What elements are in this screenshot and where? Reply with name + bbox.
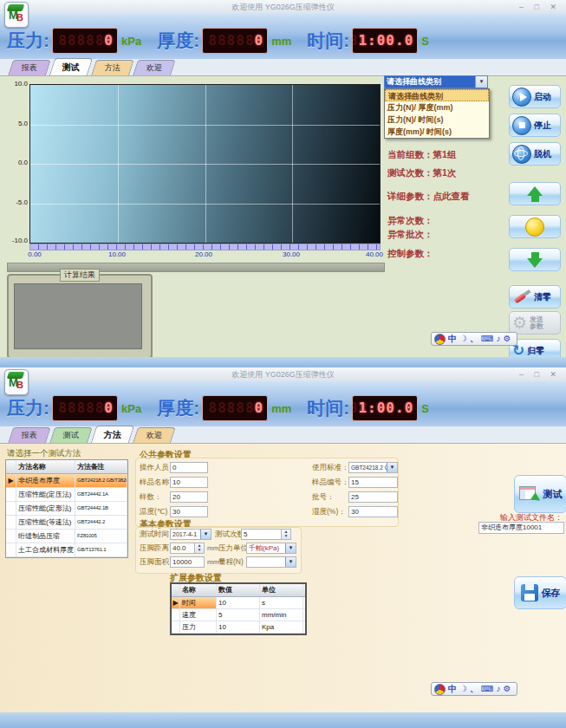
maximize-button[interactable]: □ (535, 3, 543, 11)
standard-combobox[interactable]: GBT24218.2 GB, (348, 462, 398, 473)
ime-language-bar[interactable]: 中 ☽ 、 ⌨ ♪ ⚙ (431, 332, 517, 346)
time-unit: S (421, 35, 429, 48)
ime-mode-icon[interactable]: 中 (448, 333, 457, 345)
batch-input[interactable]: 25 (348, 491, 398, 503)
offline-button[interactable]: 脱机 (509, 142, 561, 166)
window-title: 欢迎使用 YG026G压缩弹性仪 (231, 370, 335, 379)
tab-report[interactable]: 报表 (8, 60, 51, 75)
range-combobox[interactable] (246, 556, 296, 568)
ime-mic-icon[interactable]: ♪ (496, 683, 500, 695)
dropdown-option[interactable]: 请选择曲线类别 (385, 89, 489, 101)
dropdown-option[interactable]: 厚度(mm)/ 时间(s) (385, 126, 489, 138)
start-button[interactable]: 启动 (509, 85, 561, 108)
spinner-arrows-icon[interactable] (194, 543, 204, 553)
send-params-button[interactable]: ⚙ 发送 参数 (509, 311, 561, 335)
ext-row[interactable]: 压力 10 Kpa (172, 621, 305, 634)
pressure-display: 压力: 888888 0 kPa (7, 28, 141, 54)
clear-zero-button[interactable]: 清零 (509, 285, 561, 309)
ext-row[interactable]: 速度 5 mm/min (172, 609, 305, 621)
test-run-icon (519, 484, 540, 504)
chart-plot-area[interactable] (29, 84, 381, 244)
method-row[interactable]: 压缩性能(定压法) GBT24442.1A (6, 488, 127, 502)
tab-test[interactable]: 测试 (49, 427, 93, 443)
x-tick: 30.00 (283, 250, 300, 258)
curve-type-combobox[interactable]: 请选择曲线类别 ▼ (384, 75, 488, 88)
method-row[interactable]: 压缩性能(定形法) GBT24442.1B (6, 502, 127, 516)
ime-ball-icon[interactable] (434, 334, 446, 345)
tab-welcome[interactable]: 欢迎 (133, 60, 176, 75)
standard-label: 使用标准： (312, 462, 349, 473)
detail-params-link[interactable]: 详细参数：点此查看 (387, 191, 470, 203)
close-button[interactable]: ✕ (550, 370, 561, 379)
pressure-unit-combobox[interactable]: 千帕(kPa) (246, 543, 296, 554)
close-button[interactable]: ✕ (550, 3, 561, 11)
minimize-button[interactable]: – (519, 370, 528, 379)
method-table: 方法名称 方法备注 ▶ 非织造布厚度 GBT24218.2 GB/T3820 压… (5, 459, 128, 558)
chevron-down-icon[interactable] (200, 530, 211, 539)
tab-method[interactable]: 方法 (91, 60, 134, 75)
ime-settings-icon[interactable]: ⚙ (503, 333, 511, 345)
tab-test[interactable]: 测试 (49, 58, 93, 75)
time-display: 时间: 88:88.8 1:00.0 S (307, 395, 429, 421)
tab-report[interactable]: 报表 (8, 427, 51, 443)
ime-mode-icon[interactable]: 中 (448, 683, 457, 695)
humidity-label: 湿度(%)： (312, 506, 346, 517)
stop-button[interactable]: 停止 (509, 114, 561, 137)
ime-keyboard-icon[interactable]: ⌨ (481, 333, 493, 345)
ime-punctuation-icon[interactable]: 、 (470, 683, 478, 695)
pause-hold-button[interactable] (509, 215, 561, 238)
temperature-input[interactable]: 30 (170, 506, 208, 517)
ime-keyboard-icon[interactable]: ⌨ (481, 683, 493, 695)
yellow-circle-icon (525, 218, 544, 237)
window-frame-bottom (0, 712, 566, 728)
ime-ball-icon[interactable] (434, 684, 446, 695)
y-tick: 5.0 (3, 120, 28, 127)
sample-no-input[interactable]: 15 (348, 477, 398, 488)
chevron-down-icon[interactable] (285, 557, 296, 567)
method-row[interactable]: 压缩性能(等速法) GBT24442.2 (6, 516, 127, 530)
titlebar[interactable]: 欢迎使用 YG026G压缩弹性仪 – □ ✕ (0, 0, 566, 15)
play-icon (512, 88, 531, 107)
sample-count-input[interactable]: 20 (170, 491, 208, 503)
titlebar[interactable]: 欢迎使用 YG026G压缩弹性仪 – □ ✕ (0, 367, 566, 382)
maximize-button[interactable]: □ (535, 370, 543, 379)
save-button[interactable]: 保存 (514, 576, 566, 609)
foot-distance-stepper[interactable]: 40.0 (170, 543, 205, 554)
method-row[interactable]: 土工合成材料厚度 GB/T13761.1 (6, 543, 127, 557)
spinner-arrows-icon[interactable] (281, 530, 290, 539)
thickness-display: 厚度: 888888 0 mm (157, 395, 291, 421)
test-count-stepper[interactable]: 5 (241, 529, 291, 540)
ime-punctuation-icon[interactable]: 、 (470, 333, 478, 345)
test-time-combobox[interactable]: 2017-4-1 (170, 529, 211, 540)
ime-settings-icon[interactable]: ⚙ (503, 683, 511, 695)
foot-area-input[interactable]: 10000 (170, 556, 205, 568)
dropdown-option[interactable]: 压力(N)/ 时间(s) (385, 114, 489, 126)
chevron-down-icon[interactable] (285, 543, 296, 553)
move-down-button[interactable] (509, 248, 561, 271)
chevron-down-icon[interactable]: ▼ (475, 76, 487, 88)
dropdown-option[interactable]: 压力(N)/ 厚度(mm) (385, 101, 489, 114)
sample-count-label: 样数： (140, 491, 162, 503)
pressure-label: 压力: (7, 29, 49, 53)
humidity-input[interactable]: 30 (348, 506, 398, 517)
filename-input[interactable]: 非织造布厚度10001 (478, 522, 564, 534)
ime-language-bar[interactable]: 中 ☽ 、 ⌨ ♪ ⚙ (431, 682, 517, 696)
ext-row-selected[interactable]: ▶ 时间 10 s (172, 597, 305, 609)
tab-welcome[interactable]: 欢迎 (133, 427, 176, 443)
x-tick: 0.00 (28, 250, 42, 258)
move-up-button[interactable] (509, 182, 561, 205)
test-button[interactable]: 测试 (514, 475, 566, 513)
minimize-button[interactable]: – (519, 3, 528, 11)
ime-halfwidth-icon[interactable]: ☽ (459, 333, 467, 345)
ime-halfwidth-icon[interactable]: ☽ (459, 683, 467, 695)
operator-input[interactable]: 0 (170, 462, 208, 473)
tab-method[interactable]: 方法 (91, 426, 134, 443)
chevron-down-icon[interactable] (387, 463, 397, 472)
ime-mic-icon[interactable]: ♪ (496, 333, 500, 345)
control-params-status: 控制参数： (387, 248, 433, 260)
x-axis-scrollbar[interactable] (29, 244, 381, 250)
method-row-selected[interactable]: ▶ 非织造布厚度 GBT24218.2 GB/T3820 (6, 474, 127, 488)
window-method-page: 欢迎使用 YG026G压缩弹性仪 – □ ✕ MB 压力: 888888 0 k… (0, 367, 566, 728)
method-row[interactable]: 绗缝制品压缩 FZ81005 (6, 530, 127, 543)
sample-name-input[interactable]: 10 (170, 477, 208, 488)
